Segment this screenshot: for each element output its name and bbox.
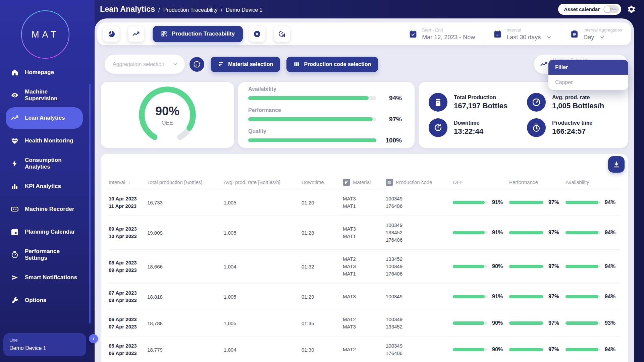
interval-aggregation-selector[interactable]: Interval Aggregation Day [561, 26, 631, 41]
cell-total-production: 18,779 [147, 347, 224, 353]
oee-bar-fill [453, 265, 484, 268]
table-row[interactable]: 10 Apr 202311 Apr 2023 16,733 1,005 01:2… [109, 189, 620, 216]
sidebar-item-label: KPI Analytics [25, 183, 78, 190]
sidebar-item-label: Consumption Analytics [25, 157, 78, 171]
pie-chart-icon [107, 30, 115, 38]
interval-selector[interactable]: Interval Last 30 days [484, 26, 561, 41]
breadcrumb-item-demo-device-1[interactable]: Demo Device 1 [226, 7, 262, 13]
machine-option-capper[interactable]: Capper [548, 75, 628, 90]
oee-gauge-text: 90% OEE [155, 104, 179, 126]
production-code-selection-button[interactable]: Production code selection [286, 57, 378, 72]
pie-chart-view-button[interactable] [103, 26, 119, 42]
top-header: Lean Analytics /Production Traceability/… [95, 0, 644, 18]
content-panel: Production Traceability Start - End Mar … [95, 18, 634, 362]
stat-value: 166:24:57 [552, 127, 592, 136]
kpi-bar-value: 97% [383, 116, 402, 123]
download-button[interactable] [608, 156, 625, 173]
cell-avg-prod-rate: 1,004 [224, 347, 302, 353]
cell-production-code: 100349133452 [386, 316, 453, 330]
date-range-selector[interactable]: Start - End Mar 12, 2023 - Now [400, 26, 484, 41]
sidebar-scrollbar[interactable] [89, 84, 91, 323]
sidebar-item-options[interactable]: Options [6, 290, 83, 311]
cell-interval: 10 Apr 202311 Apr 2023 [109, 195, 147, 210]
device-card[interactable]: Line Demo Device 1 [3, 333, 86, 356]
close-circle-icon [253, 30, 261, 38]
cell-performance: 97% [509, 230, 566, 236]
cell-oee: 90% [453, 347, 509, 353]
column-interval[interactable]: Interval ↓ [109, 179, 147, 185]
availability-bar-track [566, 295, 600, 298]
logo-circle: MAT [20, 9, 70, 60]
sidebar-item-kpi-analytics[interactable]: KPI Analytics [6, 176, 83, 197]
oee-bar-fill [453, 295, 485, 298]
sidebar-item-smart-notifications[interactable]: Smart Notifications [6, 267, 83, 288]
cell-total-production: 18,666 [147, 264, 224, 269]
cell-oee: 90% [453, 263, 509, 269]
sidebar-item-performance-settings[interactable]: Performance Settings [6, 244, 83, 265]
machine-option-filler[interactable]: Filler [548, 60, 628, 75]
kpi-bar-availability: Availability 94% [248, 86, 402, 102]
sidebar: MAT HomepageMachine SupervisionLean Anal… [0, 0, 95, 362]
production-traceability-button[interactable]: Production Traceability [153, 26, 243, 42]
production-analysis-button[interactable] [274, 26, 290, 42]
sidebar-item-consumption-analytics[interactable]: Consumption Analytics [6, 153, 83, 174]
column-total-production[interactable]: Total production [Bottles] [147, 179, 224, 185]
stat-downtime: Downtime 13:22:44 [429, 115, 527, 140]
column-performance[interactable]: Performance [509, 179, 566, 185]
machine-selection-dropdown[interactable]: Machine Selection FillerCapper [534, 55, 628, 74]
sidebar-collapse-button[interactable] [89, 334, 98, 343]
material-selection-button[interactable]: Material selection [211, 57, 280, 72]
performance-value: 97% [548, 320, 559, 326]
column-availability[interactable]: Availability [566, 179, 620, 185]
aggregation-selection-placeholder: Aggregation selection [113, 61, 164, 67]
column-downtime[interactable]: Downtime [302, 179, 343, 185]
bars-icon [10, 182, 19, 191]
table-row[interactable]: 06 Apr 202307 Apr 2023 18,788 1,005 01:3… [109, 310, 620, 337]
oee-label: OEE [155, 120, 179, 126]
table-body: 10 Apr 202311 Apr 2023 16,733 1,005 01:2… [109, 189, 620, 362]
table-row[interactable]: 09 Apr 202310 Apr 2023 19,009 1,005 01:2… [109, 216, 620, 250]
cell-interval: 08 Apr 202309 Apr 2023 [109, 259, 147, 274]
trend-line-icon [132, 30, 140, 38]
column-oee[interactable]: OEE [453, 179, 509, 185]
sidebar-item-label: Machine Recorder [25, 206, 78, 213]
sidebar-item-label: Homepage [25, 69, 78, 76]
cell-production-code: 100349 [386, 293, 453, 300]
sidebar-item-health-monitoring[interactable]: Health Monitoring [6, 130, 83, 152]
sidebar-item-label: Machine Supervision [25, 88, 78, 102]
info-button[interactable] [190, 57, 204, 72]
sidebar-item-machine-recorder[interactable]: Machine Recorder [6, 198, 83, 220]
column-material[interactable]: Material [343, 179, 386, 186]
settings-button[interactable] [627, 5, 636, 14]
column-avg-prod-rate[interactable]: Avg. prod. rate [Bottles/h] [224, 179, 302, 185]
breadcrumb: Lean Analytics /Production Traceability/… [100, 5, 262, 14]
trend-view-button[interactable] [128, 26, 144, 42]
table-row[interactable]: 07 Apr 202308 Apr 2023 18,818 1,005 01:2… [109, 284, 620, 310]
asset-calendar-switch[interactable]: OFF [603, 5, 619, 13]
close-view-button[interactable] [249, 26, 265, 42]
device-type-label: Line [9, 338, 80, 343]
column-production-code[interactable]: Production code [386, 179, 453, 186]
sidebar-item-homepage[interactable]: Homepage [6, 62, 83, 83]
performance-bar-track [509, 348, 544, 351]
cell-avg-prod-rate: 1,004 [224, 264, 302, 269]
aggregation-selection-dropdown[interactable]: Aggregation selection [105, 55, 185, 74]
cell-downtime: 01:29 [302, 294, 343, 300]
sidebar-item-machine-supervision[interactable]: Machine Supervision [6, 84, 83, 106]
cell-material: MAT3MAT1 [343, 195, 386, 210]
asset-calendar-toggle-pill[interactable]: Asset calendar OFF [558, 4, 621, 15]
material-list-icon [343, 179, 350, 186]
sidebar-item-lean-analytics[interactable]: Lean Analytics [6, 107, 83, 129]
cell-avg-prod-rate: 1,005 [224, 200, 302, 205]
gear-icon [627, 5, 636, 14]
table-row[interactable]: 08 Apr 202309 Apr 2023 18,666 1,004 01:3… [109, 250, 620, 284]
sidebar-item-planning-calendar[interactable]: Planning Calendar [6, 221, 83, 243]
stat-label: Total Production [454, 95, 507, 101]
kpi-bar-performance: Performance 97% [248, 107, 402, 123]
table-row[interactable]: 05 Apr 202306 Apr 2023 18,779 1,004 01:3… [109, 337, 620, 362]
cell-availability: 94% [566, 199, 620, 205]
breadcrumb-item-production-traceability[interactable]: Production Traceability [163, 7, 218, 13]
device-name: Demo Device 1 [9, 345, 80, 351]
sidebar-item-label: Options [25, 297, 78, 304]
cell-total-production: 18,788 [147, 320, 224, 326]
